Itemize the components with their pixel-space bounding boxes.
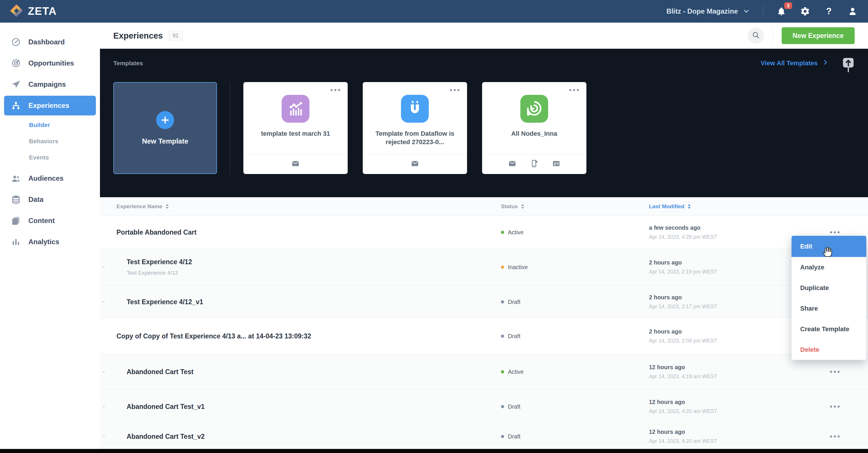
sidebar-item-campaigns[interactable]: Campaigns xyxy=(4,75,96,94)
modified-date: Apr 14, 2023, 2:17 pm WEST xyxy=(649,304,717,310)
column-header-last-modified[interactable]: Last Modified xyxy=(649,197,691,216)
notifications-badge: 3 xyxy=(784,2,792,9)
sidebar-item-label: Dashboard xyxy=(28,38,65,46)
column-header-status[interactable]: Status xyxy=(501,197,524,216)
user-avatar-icon[interactable] xyxy=(847,6,858,17)
export-templates-icon[interactable] xyxy=(842,57,855,69)
experience-name: Test Experience 4/12 xyxy=(127,258,192,266)
help-icon[interactable]: ? xyxy=(824,6,834,17)
cards-divider xyxy=(230,82,230,174)
experience-name-cell: Abandoned Cart Test_v1 xyxy=(127,402,205,410)
last-modified-cell: 2 hours agoApr 14, 2023, 2:17 pm WEST xyxy=(649,294,717,310)
content-icon xyxy=(11,216,21,226)
card-menu-dots-icon[interactable] xyxy=(448,87,461,93)
modified-date: Apr 14, 2023, 4:28 pm WEST xyxy=(649,234,717,240)
magnet-icon xyxy=(401,95,429,123)
table-row[interactable]: Abandoned Cart TestActive12 hours agoApr… xyxy=(100,355,868,389)
new-template-card[interactable]: New Template xyxy=(113,82,217,174)
table-row[interactable]: Test Experience 4/12Test Experience 4/12… xyxy=(100,249,868,286)
row-menu-dots-icon[interactable] xyxy=(828,433,842,440)
cursor-hand-icon xyxy=(820,245,834,258)
template-card-channels xyxy=(243,154,348,174)
sidebar-item-label: Campaigns xyxy=(28,80,66,88)
sort-icon xyxy=(521,204,524,209)
menu-item-delete[interactable]: Delete xyxy=(792,339,866,360)
sidebar-item-analytics[interactable]: Analytics xyxy=(4,232,96,252)
template-card-channels xyxy=(482,154,586,174)
status-cell: Draft xyxy=(501,299,520,305)
status-cell: Active xyxy=(501,229,524,235)
experience-name: Abandoned Cart Test xyxy=(127,368,193,375)
sidebar-item-data[interactable]: Data xyxy=(4,190,96,209)
menu-item-duplicate[interactable]: Duplicate xyxy=(792,278,866,298)
account-switcher[interactable]: Blitz - Dope Magazine xyxy=(666,7,750,16)
row-menu-dots-icon[interactable] xyxy=(828,229,842,235)
menu-item-share[interactable]: Share xyxy=(792,298,866,319)
sidebar-item-content[interactable]: Content xyxy=(4,211,96,231)
sidebar-subitem-builder[interactable]: Builder xyxy=(0,117,100,133)
modified-relative: 2 hours ago xyxy=(649,294,717,301)
bottom-bar xyxy=(0,449,868,453)
sidebar-item-experiences[interactable]: Experiences xyxy=(4,96,96,115)
status-label: Draft xyxy=(508,403,520,410)
plus-icon xyxy=(156,111,174,129)
experiences-icon xyxy=(11,101,21,111)
menu-item-label: Delete xyxy=(800,346,819,353)
template-card[interactable]: template test march 31 xyxy=(243,82,348,174)
menu-item-label: Duplicate xyxy=(800,284,829,292)
view-all-templates-link[interactable]: View All Templates xyxy=(761,59,829,67)
sidebar-item-opportunities[interactable]: Opportunities xyxy=(4,53,96,73)
template-card[interactable]: Template from Dataflow is rejected 27022… xyxy=(363,82,467,174)
last-modified-cell: 12 hours agoApr 14, 2023, 4:19 am WEST xyxy=(649,364,717,379)
menu-item-analyze[interactable]: Analyze xyxy=(792,257,866,278)
chevron-down-icon xyxy=(743,7,750,15)
sort-icon xyxy=(688,204,691,209)
experiences-table: Portable Abandoned CartActivea few secon… xyxy=(100,216,868,449)
brand[interactable]: ZETA xyxy=(10,4,57,19)
row-menu-dots-icon[interactable] xyxy=(828,403,842,410)
sidebar-subitem-events[interactable]: Events xyxy=(0,149,100,166)
experience-name: Abandoned Cart Test_v2 xyxy=(127,432,205,440)
menu-item-create-template[interactable]: Create Template xyxy=(792,319,866,339)
column-header-experience-name[interactable]: Experience Name xyxy=(117,197,168,216)
table-row[interactable]: Copy of Copy of Test Experience 4/13 a..… xyxy=(100,318,868,355)
experience-name-cell: Copy of Copy of Test Experience 4/13 a..… xyxy=(117,332,311,340)
new-experience-button[interactable]: New Experience xyxy=(782,27,855,44)
templates-header-right: View All Templates xyxy=(761,57,855,69)
notifications-bell-icon[interactable]: 3 xyxy=(776,6,787,17)
template-card[interactable]: All Nodes_Inna xyxy=(482,82,586,174)
opportunities-icon xyxy=(11,58,21,68)
experiences-count-badge: 91 xyxy=(168,31,183,41)
table-row[interactable]: Portable Abandoned CartActivea few secon… xyxy=(100,216,868,249)
experience-name-cell: Abandoned Cart Test_v2 xyxy=(127,432,205,440)
sidebar-item-audiences[interactable]: Audiences xyxy=(4,169,96,188)
status-label: Draft xyxy=(508,333,520,340)
table-row[interactable]: Abandoned Cart Test_v1Draft12 hours agoA… xyxy=(100,389,868,424)
sidebar-subitem-behaviors[interactable]: Behaviors xyxy=(0,133,100,149)
sidebar-item-dashboard[interactable]: Dashboard xyxy=(4,32,96,52)
last-modified-cell: 12 hours agoApr 14, 2023, 4:20 am WEST xyxy=(649,399,717,415)
menu-item-edit[interactable]: Edit xyxy=(792,236,866,257)
status-dot xyxy=(501,405,504,408)
column-label: Last Modified xyxy=(649,203,684,210)
last-modified-cell: 2 hours agoApr 14, 2023, 2:09 pm WEST xyxy=(649,328,717,344)
search-button[interactable] xyxy=(748,28,764,44)
status-label: Draft xyxy=(508,433,520,440)
settings-gear-icon[interactable] xyxy=(800,6,811,17)
new-template-label: New Template xyxy=(142,137,188,145)
template-card-title: All Nodes_Inna xyxy=(489,130,579,138)
table-row[interactable]: Test Experience 4/12_v1Draft2 hours agoA… xyxy=(100,286,868,318)
status-label: Active xyxy=(508,229,524,235)
card-menu-dots-icon[interactable] xyxy=(567,87,581,93)
zeta-logo-icon xyxy=(10,4,23,19)
status-label: Inactive xyxy=(508,264,528,271)
page-title: Experiences xyxy=(113,31,163,40)
card-menu-dots-icon[interactable] xyxy=(329,87,342,93)
table-row[interactable]: Abandoned Cart Test_v2Draft12 hours agoA… xyxy=(100,424,868,449)
analytics-icon xyxy=(11,237,21,247)
modified-relative: 12 hours ago xyxy=(649,399,717,405)
modified-date: Apr 14, 2023, 4:20 am WEST xyxy=(649,438,717,444)
row-indent-marker xyxy=(103,301,104,303)
page-header: Experiences 91 New Experience xyxy=(100,23,868,49)
row-menu-dots-icon[interactable] xyxy=(828,368,842,375)
